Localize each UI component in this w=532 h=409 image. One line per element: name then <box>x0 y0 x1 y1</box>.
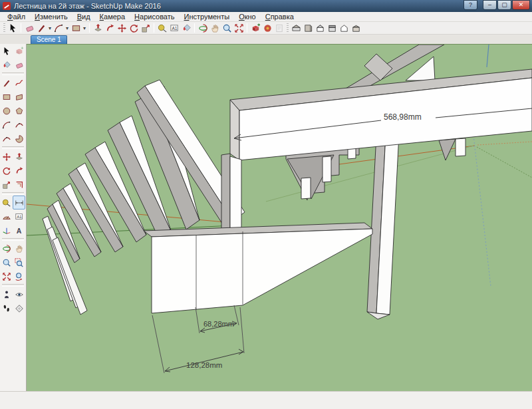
zoom-extents-tool-icon[interactable] <box>233 23 245 34</box>
palette-select-tool[interactable] <box>0 44 13 58</box>
dimension-label-tread: 128,28mm <box>186 361 222 369</box>
palette-line-tool[interactable] <box>0 76 13 90</box>
palette-push-pull-tool[interactable] <box>13 150 25 164</box>
push-pull-tool-icon[interactable] <box>92 23 104 34</box>
window-title: Лестница на 2й этаж - SketchUp Make 2016 <box>14 2 161 10</box>
model-canvas[interactable]: 568,98mm 68,28mm 128,28mm <box>27 45 532 392</box>
palette-paint-bucket-tool[interactable] <box>0 58 13 72</box>
line-tool-icon[interactable] <box>35 23 47 34</box>
line-dropdown-icon[interactable]: ▾ <box>47 25 53 31</box>
paint-bucket-tool-icon[interactable] <box>180 23 192 34</box>
arc-dropdown-icon[interactable]: ▾ <box>65 25 70 31</box>
zoom-tool-icon[interactable] <box>221 23 233 34</box>
view-left-icon[interactable] <box>338 23 350 34</box>
palette-pan-tool[interactable] <box>13 241 25 255</box>
toolbar-separator <box>194 23 195 33</box>
palette-divider <box>2 238 24 241</box>
bottom-flange[interactable] <box>144 223 372 313</box>
palette-move-tool[interactable] <box>0 150 13 164</box>
scale-tool-icon[interactable] <box>140 23 152 34</box>
maximize-button[interactable]: ▢ <box>497 0 511 10</box>
palette-3d-text-tool[interactable] <box>13 223 25 237</box>
palette-polygon-tool[interactable] <box>13 104 25 118</box>
view-top-icon[interactable] <box>326 23 338 34</box>
orbit-tool-icon[interactable] <box>197 23 209 34</box>
palette-two-point-arc-tool[interactable] <box>13 118 25 132</box>
scene-tab[interactable]: Scene 1 <box>31 35 67 44</box>
menu-file[interactable]: Файл <box>3 13 30 21</box>
status-bar: Выберите край, кривую либо две точки для… <box>0 391 532 409</box>
menu-view[interactable]: Вид <box>72 13 95 21</box>
toolbar-separator <box>154 23 154 33</box>
rotate-tool-icon[interactable] <box>128 23 140 34</box>
palette-zoom-tool[interactable] <box>0 255 13 269</box>
palette-rotate-tool[interactable] <box>0 164 13 178</box>
palette-zoom-window-tool[interactable] <box>13 255 25 269</box>
rectangle-dropdown-icon[interactable]: ▾ <box>82 25 87 31</box>
arc-tool-icon[interactable] <box>53 23 65 34</box>
follow-me-tool-icon[interactable] <box>104 23 116 34</box>
help-button[interactable]: ? <box>464 0 477 10</box>
palette-position-camera-tool[interactable] <box>0 287 13 301</box>
stringer-vertical-web[interactable] <box>221 154 241 237</box>
toolbar-separator <box>21 23 21 33</box>
palette-tape-measure-tool[interactable] <box>0 196 13 209</box>
dimension-label-beam: 568,98mm <box>384 112 422 122</box>
palette-freehand-tool[interactable] <box>13 76 25 90</box>
toolbar-grip[interactable] <box>287 23 289 33</box>
palette-follow-me-tool[interactable] <box>13 164 25 178</box>
palette-section-plane-tool[interactable] <box>13 301 25 315</box>
menu-help[interactable]: Справка <box>261 13 299 21</box>
toolbar-separator <box>247 23 247 33</box>
palette-divider <box>2 284 24 287</box>
text-tool-icon[interactable] <box>168 23 180 34</box>
toolbar-grip[interactable] <box>3 23 5 33</box>
palette-rotated-rectangle-tool[interactable] <box>13 90 25 104</box>
palette-dimension-tool[interactable] <box>13 196 25 209</box>
palette-text-tool[interactable] <box>13 209 25 223</box>
menu-camera[interactable]: Камера <box>95 13 130 21</box>
palette-rectangle-tool[interactable] <box>0 90 13 104</box>
model-viewport[interactable]: 568,98mm 68,28mm 128,28mm <box>27 44 532 391</box>
menu-tools[interactable]: Инструменты <box>180 13 235 21</box>
palette-make-component-tool[interactable] <box>13 44 25 58</box>
view-back-icon[interactable] <box>302 23 314 34</box>
scene-tab-row: Scene 1 <box>0 35 532 44</box>
layout-icon <box>273 23 285 34</box>
palette-walk-tool[interactable] <box>0 301 13 315</box>
vertical-post[interactable] <box>367 134 399 319</box>
view-right-icon[interactable] <box>350 23 362 34</box>
menu-edit[interactable]: Изменить <box>30 13 72 21</box>
extension-icon[interactable] <box>261 23 273 34</box>
palette-scale-tool[interactable] <box>0 178 13 192</box>
palette-offset-tool[interactable] <box>13 178 25 192</box>
tape-measure-tool-icon[interactable] <box>156 23 168 34</box>
palette-eraser-tool[interactable] <box>13 58 25 72</box>
palette-arc-tool[interactable] <box>0 118 13 132</box>
palette-look-around-tool[interactable] <box>13 287 25 301</box>
palette-pie-tool[interactable] <box>13 132 25 146</box>
pan-tool-icon[interactable] <box>209 23 221 34</box>
view-iso-icon[interactable] <box>290 23 302 34</box>
move-tool-icon[interactable] <box>116 23 128 34</box>
palette-three-point-arc-tool[interactable] <box>0 132 13 146</box>
palette-divider <box>2 72 24 75</box>
main-toolbar: ▾ ▾ ▾ <box>0 22 532 35</box>
staircase-model[interactable] <box>43 45 532 319</box>
menu-window[interactable]: Окно <box>234 13 261 21</box>
palette-orbit-tool[interactable] <box>0 241 13 255</box>
palette-axes-tool[interactable] <box>0 223 13 237</box>
palette-previous-view-tool[interactable] <box>13 269 25 283</box>
eraser-tool-icon[interactable] <box>23 23 35 34</box>
palette-zoom-extents-tool[interactable] <box>0 269 13 283</box>
minimize-button[interactable]: – <box>483 0 497 10</box>
rectangle-tool-icon[interactable] <box>70 23 82 34</box>
view-front-icon[interactable] <box>314 23 326 34</box>
menu-draw[interactable]: Нарисовать <box>130 13 179 21</box>
palette-protractor-tool[interactable] <box>0 209 13 223</box>
select-tool-icon[interactable] <box>7 23 19 34</box>
close-button[interactable]: ✕ <box>512 0 530 10</box>
palette-circle-tool[interactable] <box>0 104 13 118</box>
make-component-icon[interactable] <box>249 23 261 34</box>
palette-divider <box>2 192 24 195</box>
